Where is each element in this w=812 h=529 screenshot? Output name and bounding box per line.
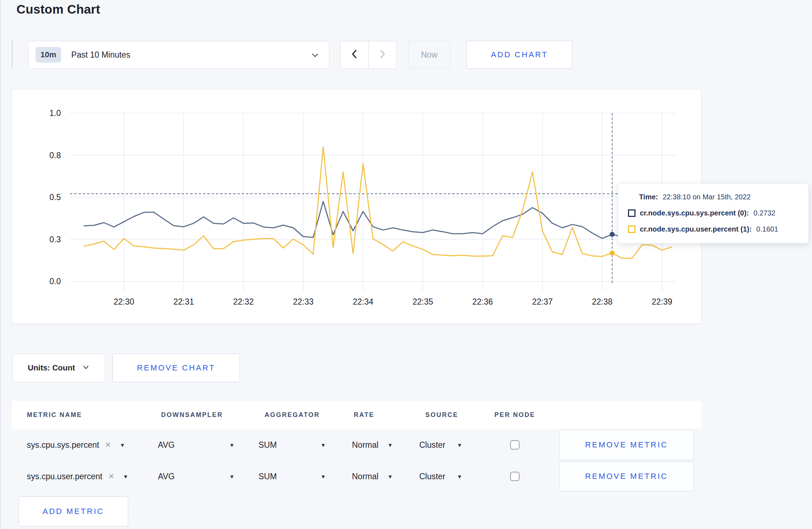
tooltip-series-row: cr.node.sys.cpu.sys.percent (0): 0.2732	[618, 205, 808, 221]
caret-down-icon: ▼	[229, 442, 235, 448]
chevron-right-icon	[378, 49, 387, 61]
per-node-checkbox[interactable]	[510, 472, 519, 481]
per-node-checkbox[interactable]	[510, 440, 519, 450]
col-header-per-node: PER NODE	[494, 401, 535, 429]
svg-text:0.0: 0.0	[49, 277, 61, 286]
clear-metric-icon[interactable]: ✕	[108, 472, 115, 481]
caret-down-icon: ▼	[123, 474, 129, 480]
svg-text:0.8: 0.8	[49, 151, 61, 160]
source-select[interactable]: Cluster ▼	[419, 430, 462, 460]
time-window-label: Past 10 Minutes	[71, 50, 130, 60]
time-window-badge: 10m	[35, 47, 61, 63]
caret-down-icon: ▼	[229, 474, 235, 480]
chart-tooltip: Time: 22:38:10 on Mar 15th, 2022 cr.node…	[618, 183, 809, 243]
rate-value: Normal	[352, 440, 378, 450]
metric-name: sys.cpu.sys.percent	[27, 440, 99, 450]
next-time-button[interactable]	[369, 41, 397, 68]
aggregator-select[interactable]: SUM ▼	[258, 430, 326, 460]
time-range-dropdown[interactable]: 10m Past 10 Minutes	[28, 41, 329, 69]
caret-down-icon: ▼	[120, 442, 125, 448]
aggregator-value: SUM	[258, 472, 277, 481]
tooltip-series-value: 0.2732	[754, 209, 775, 217]
tooltip-time-value: 22:38:10 on Mar 15th, 2022	[663, 193, 751, 201]
svg-text:22:34: 22:34	[353, 297, 373, 306]
metric-name: sys.cpu.user.percent	[27, 472, 102, 481]
svg-text:0.3: 0.3	[49, 235, 61, 244]
svg-text:22:39: 22:39	[652, 297, 672, 306]
metric-name-select[interactable]: sys.cpu.user.percent ✕ ▼	[27, 461, 128, 491]
chart-card: 0.00.30.50.81.022:3022:3122:3222:3322:34…	[12, 89, 701, 324]
source-select[interactable]: Cluster ▼	[419, 461, 462, 491]
source-value: Cluster	[419, 472, 445, 481]
caret-down-icon: ▼	[457, 442, 462, 448]
tooltip-series-row: cr.node.sys.cpu.user.percent (1): 0.1601	[618, 221, 808, 237]
downsampler-select[interactable]: AVG ▼	[158, 461, 235, 491]
prev-time-button[interactable]	[340, 41, 369, 68]
time-pager	[340, 41, 397, 69]
svg-text:22:30: 22:30	[113, 297, 134, 306]
svg-text:22:37: 22:37	[532, 297, 553, 306]
caret-down-icon: ▼	[320, 474, 326, 480]
col-header-metric-name: METRIC NAME	[27, 401, 82, 429]
svg-text:22:31: 22:31	[173, 297, 194, 306]
units-dropdown[interactable]: Units: Count	[13, 354, 105, 382]
aggregator-value: SUM	[258, 440, 277, 450]
chevron-down-icon	[82, 363, 90, 373]
svg-text:0.5: 0.5	[49, 193, 61, 202]
caret-down-icon: ▼	[457, 474, 462, 480]
downsampler-select[interactable]: AVG ▼	[158, 430, 235, 460]
now-button[interactable]: Now	[408, 41, 450, 69]
rate-select[interactable]: Normal ▼	[352, 461, 393, 491]
svg-text:22:35: 22:35	[412, 297, 433, 306]
tooltip-series-value: 0.1601	[756, 225, 778, 233]
toolbar-divider	[12, 39, 13, 69]
downsampler-value: AVG	[158, 472, 175, 481]
svg-text:22:32: 22:32	[233, 297, 254, 306]
series-swatch-icon	[628, 225, 635, 233]
col-header-rate: RATE	[354, 401, 374, 429]
units-label: Units: Count	[28, 363, 75, 373]
remove-metric-button[interactable]: REMOVE METRIC	[559, 461, 694, 491]
timeseries-chart[interactable]: 0.00.30.50.81.022:3022:3122:3222:3322:34…	[12, 89, 702, 324]
caret-down-icon: ▼	[387, 474, 393, 480]
aggregator-select[interactable]: SUM ▼	[258, 461, 326, 491]
rate-select[interactable]: Normal ▼	[352, 430, 393, 460]
svg-text:22:36: 22:36	[472, 297, 493, 306]
col-header-aggregator: AGGREGATOR	[265, 401, 320, 429]
svg-text:1.0: 1.0	[49, 108, 61, 118]
svg-text:22:33: 22:33	[293, 297, 314, 306]
rate-value: Normal	[352, 472, 378, 481]
source-value: Cluster	[419, 440, 445, 450]
clear-metric-icon[interactable]: ✕	[105, 441, 111, 449]
metrics-table-header: METRIC NAME DOWNSAMPLER AGGREGATOR RATE …	[12, 401, 701, 429]
tooltip-time-row: Time: 22:38:10 on Mar 15th, 2022	[618, 189, 808, 205]
svg-text:22:38: 22:38	[592, 297, 613, 306]
chevron-left-icon	[350, 49, 359, 61]
metric-name-select[interactable]: sys.cpu.sys.percent ✕ ▼	[27, 430, 125, 460]
caret-down-icon: ▼	[320, 442, 326, 448]
remove-chart-button[interactable]: REMOVE CHART	[112, 354, 240, 382]
col-header-downsampler: DOWNSAMPLER	[161, 401, 223, 429]
add-chart-button[interactable]: ADD CHART	[467, 41, 572, 69]
chevron-down-icon	[310, 51, 320, 60]
caret-down-icon: ▼	[387, 442, 393, 448]
col-header-source: SOURCE	[425, 401, 458, 429]
add-metric-button[interactable]: ADD METRIC	[19, 496, 128, 526]
remove-metric-button[interactable]: REMOVE METRIC	[559, 430, 694, 460]
tooltip-series-label: cr.node.sys.cpu.sys.percent (0):	[640, 209, 749, 217]
page-title: Custom Chart	[16, 2, 100, 16]
series-swatch-icon	[628, 209, 635, 217]
downsampler-value: AVG	[158, 440, 175, 450]
tooltip-time-label: Time:	[639, 193, 658, 201]
tooltip-series-label: cr.node.sys.cpu.user.percent (1):	[640, 225, 751, 233]
